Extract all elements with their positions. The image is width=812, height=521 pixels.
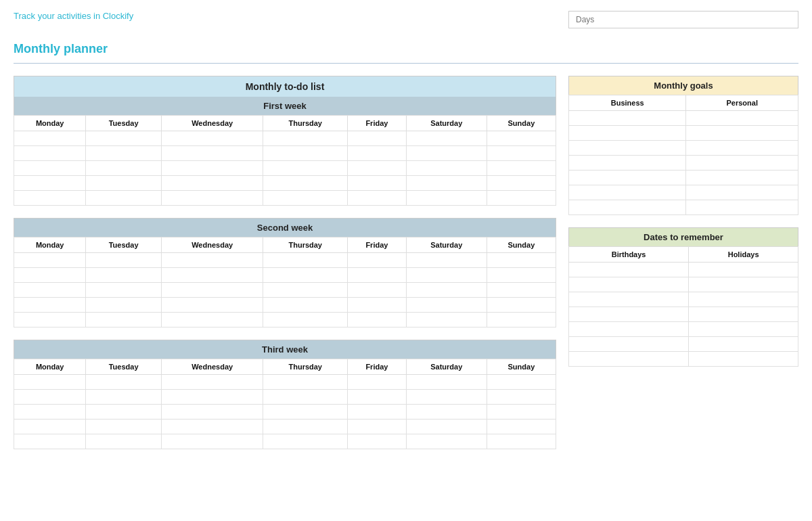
table-row — [569, 126, 798, 141]
table-row — [569, 185, 798, 200]
table-row — [14, 176, 556, 191]
dates-subheader-row: Birthdays Holidays — [569, 247, 798, 263]
week2-day-sunday: Sunday — [487, 237, 556, 253]
week1-day-thursday: Thursday — [263, 116, 348, 131]
week2-day-monday: Monday — [14, 237, 86, 253]
table-row — [14, 283, 556, 298]
table-row — [14, 313, 556, 327]
table-row — [569, 307, 798, 322]
table-row — [14, 131, 556, 146]
week2-day-wednesday: Wednesday — [161, 237, 263, 253]
first-week-table: Monthly to-do list First week Monday Tue… — [14, 76, 556, 206]
monthly-goals-table: Monthly goals Business Personal — [568, 76, 798, 215]
third-week-table: Third week Monday Tuesday Wednesday Thur… — [14, 340, 556, 449]
table-row — [14, 268, 556, 283]
week3-day-monday: Monday — [14, 359, 86, 375]
table-row — [569, 352, 798, 367]
table-row — [569, 141, 798, 156]
table-row — [569, 156, 798, 171]
week1-day-friday: Friday — [347, 116, 406, 131]
week3-days-row: Monday Tuesday Wednesday Thursday Friday… — [14, 359, 556, 375]
table-row — [569, 200, 798, 215]
week1-day-wednesday: Wednesday — [161, 116, 263, 131]
week2-label-row: Second week — [14, 219, 556, 237]
week1-label-row: First week — [14, 97, 556, 116]
goals-title: Monthly goals — [569, 76, 798, 95]
week1-day-sunday: Sunday — [487, 116, 556, 131]
table-row — [14, 434, 556, 449]
week2-days-row: Monday Tuesday Wednesday Thursday Friday… — [14, 237, 556, 253]
table-row — [569, 337, 798, 352]
table-row — [14, 390, 556, 405]
week2-day-tuesday: Tuesday — [86, 237, 162, 253]
week1-day-monday: Monday — [14, 116, 86, 131]
dates-col-holidays: Holidays — [689, 247, 798, 263]
second-week-table: Second week Monday Tuesday Wednesday Thu… — [14, 218, 556, 327]
dates-title: Dates to remember — [569, 228, 798, 247]
todo-header-row: Monthly to-do list — [14, 76, 556, 97]
week1-day-saturday: Saturday — [406, 116, 487, 131]
week3-day-saturday: Saturday — [406, 359, 487, 375]
clockify-link[interactable]: Track your activities in Clockify — [14, 11, 133, 21]
table-row — [569, 277, 798, 292]
page-title: Monthly planner — [14, 42, 798, 56]
days-input[interactable] — [568, 11, 798, 28]
top-bar: Track your activities in Clockify — [14, 11, 798, 28]
table-row — [569, 171, 798, 185]
week3-day-tuesday: Tuesday — [86, 359, 162, 375]
table-row — [569, 322, 798, 337]
week2-day-thursday: Thursday — [263, 237, 348, 253]
week1-label: First week — [14, 97, 556, 116]
table-row — [14, 253, 556, 268]
week3-day-thursday: Thursday — [263, 359, 348, 375]
goals-col-personal: Personal — [686, 95, 798, 111]
week3-day-sunday: Sunday — [487, 359, 556, 375]
week1-days-row: Monday Tuesday Wednesday Thursday Friday… — [14, 116, 556, 131]
table-row — [14, 161, 556, 176]
dates-header-row: Dates to remember — [569, 228, 798, 247]
week3-label-row: Third week — [14, 340, 556, 359]
goals-header-row: Monthly goals — [569, 76, 798, 95]
todo-header-title: Monthly to-do list — [14, 76, 556, 97]
table-row — [14, 191, 556, 206]
dates-table: Dates to remember Birthdays Holidays — [568, 227, 798, 367]
divider — [14, 63, 798, 64]
week1-day-tuesday: Tuesday — [86, 116, 162, 131]
table-row — [14, 298, 556, 313]
left-column: Monthly to-do list First week Monday Tue… — [14, 76, 556, 449]
week3-day-friday: Friday — [347, 359, 406, 375]
week2-label: Second week — [14, 219, 556, 237]
table-row — [569, 111, 798, 126]
right-column: Monthly goals Business Personal Dates to — [568, 76, 798, 367]
week2-day-saturday: Saturday — [406, 237, 487, 253]
table-row — [14, 146, 556, 161]
table-row — [14, 405, 556, 420]
goals-col-business: Business — [569, 95, 686, 111]
table-row — [14, 420, 556, 434]
week2-day-friday: Friday — [347, 237, 406, 253]
goals-subheader-row: Business Personal — [569, 95, 798, 111]
table-row — [569, 263, 798, 277]
table-row — [14, 375, 556, 390]
week3-day-wednesday: Wednesday — [161, 359, 263, 375]
main-layout: Monthly to-do list First week Monday Tue… — [14, 76, 798, 449]
week3-label: Third week — [14, 340, 556, 359]
table-row — [569, 292, 798, 307]
dates-col-birthdays: Birthdays — [569, 247, 689, 263]
